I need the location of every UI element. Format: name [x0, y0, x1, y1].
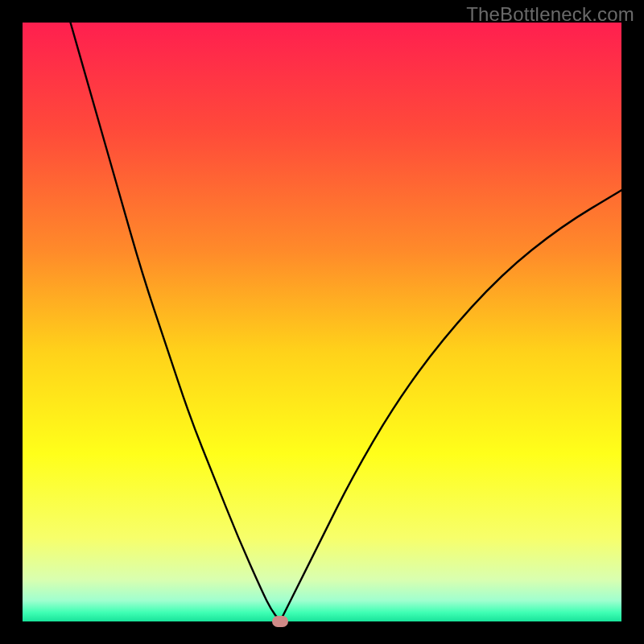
chart-container: TheBottleneck.com: [0, 0, 644, 644]
bottleneck-curve: [23, 23, 621, 621]
plot-area: [23, 23, 621, 621]
watermark-text: TheBottleneck.com: [466, 3, 634, 26]
minimum-marker: [272, 616, 288, 627]
